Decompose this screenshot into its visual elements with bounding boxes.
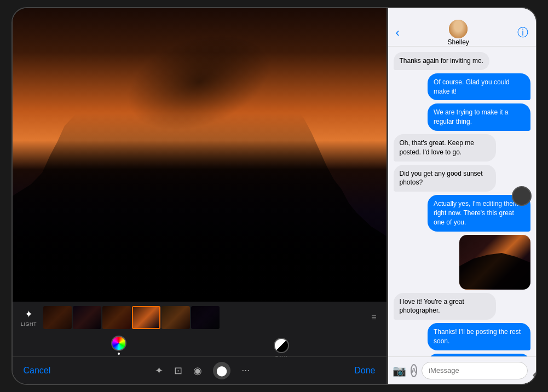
editor-toolbar: ✦ LIGHT ≡ COLOR bbox=[13, 302, 387, 356]
film-thumb-3[interactable] bbox=[102, 306, 131, 329]
avatar-face bbox=[449, 20, 468, 38]
bw-circle-icon bbox=[274, 338, 289, 353]
film-thumb-1[interactable] bbox=[43, 306, 72, 329]
message-row: Actually yes, I'm editing them right now… bbox=[394, 195, 530, 231]
bubble-sent: Thanks! I'll be posting the rest soon. bbox=[428, 323, 530, 350]
photo-background bbox=[13, 8, 387, 302]
filmstrip-row: ✦ LIGHT ≡ bbox=[13, 302, 387, 333]
photo-editor-panel: ✦ LIGHT ≡ COLOR bbox=[13, 8, 387, 384]
message-row: Did you get any good sunset photos? bbox=[394, 165, 530, 192]
bubble-sent: Of course. Glad you could make it! bbox=[428, 73, 530, 101]
list-icon[interactable]: ≡ bbox=[367, 313, 380, 322]
film-thumb-2[interactable] bbox=[73, 306, 101, 329]
message-row: Of course. Glad you could make it! bbox=[394, 73, 530, 101]
back-button[interactable]: ‹ bbox=[396, 26, 400, 40]
done-button[interactable]: Done bbox=[354, 366, 375, 376]
message-row-image bbox=[394, 235, 530, 290]
photo-main-area bbox=[13, 8, 387, 302]
message-row: Thanks! I'll be posting the rest soon. bbox=[394, 323, 530, 350]
light-tool[interactable]: ✦ LIGHT bbox=[18, 308, 40, 327]
bubble-received: Thanks again for inviting me. bbox=[394, 52, 489, 70]
microphone-icon[interactable]: 🎤 bbox=[532, 364, 537, 377]
film-thumb-5[interactable] bbox=[161, 306, 190, 329]
bubble-image[interactable] bbox=[459, 235, 530, 290]
camera-icon[interactable]: 📷 bbox=[393, 364, 406, 377]
message-row: Oh, that's great. Keep me posted. I'd lo… bbox=[394, 134, 530, 162]
more-icon[interactable]: ··· bbox=[241, 365, 250, 376]
cancel-button[interactable]: Cancel bbox=[24, 366, 51, 376]
action-bar-left: Cancel bbox=[24, 366, 51, 376]
action-bar: Cancel ✦ ⊡ ◉ ⬤ ··· Done bbox=[13, 356, 387, 384]
light-label: LIGHT bbox=[21, 321, 37, 327]
film-thumb-4[interactable] bbox=[132, 306, 160, 329]
color-selected-dot bbox=[118, 353, 120, 355]
message-input[interactable] bbox=[422, 362, 528, 379]
ipad-frame: ✦ LIGHT ≡ COLOR bbox=[11, 7, 537, 385]
message-row: Thanks again for inviting me. bbox=[394, 52, 530, 70]
image-silhouette bbox=[459, 251, 530, 290]
bubble-received: Oh, that's great. Keep me posted. I'd lo… bbox=[394, 134, 497, 162]
bubble-received: I love it! You're a great photographer. bbox=[394, 293, 497, 320]
filter-icon[interactable]: ◉ bbox=[193, 365, 202, 377]
filmstrip bbox=[43, 306, 364, 329]
crop-icon[interactable]: ⊡ bbox=[174, 365, 182, 377]
film-thumb-6[interactable] bbox=[191, 306, 220, 329]
contact-info: Shelley bbox=[447, 20, 469, 46]
appstore-icon[interactable]: A bbox=[411, 364, 418, 377]
messages-header: ‹ Shelley ⓘ bbox=[388, 8, 536, 47]
home-button[interactable] bbox=[512, 186, 532, 206]
contact-name: Shelley bbox=[447, 38, 469, 46]
contact-avatar[interactable] bbox=[449, 20, 468, 38]
color-circle-icon bbox=[111, 336, 126, 351]
adjust-icon[interactable]: ✦ bbox=[155, 365, 163, 377]
message-input-bar: 📷 A 🎤 bbox=[388, 356, 536, 384]
markup-icon[interactable]: ⬤ bbox=[213, 362, 230, 379]
bubble-sent: We are trying to make it a regular thing… bbox=[428, 103, 530, 131]
info-icon[interactable]: ⓘ bbox=[517, 25, 528, 40]
message-row: I love it! You're a great photographer. bbox=[394, 293, 530, 320]
message-row: We are trying to make it a regular thing… bbox=[394, 103, 530, 131]
bubble-received: Did you get any good sunset photos? bbox=[394, 165, 497, 192]
sun-icon: ✦ bbox=[25, 308, 33, 320]
tool-icons: ✦ ⊡ ◉ ⬤ ··· bbox=[155, 362, 250, 379]
